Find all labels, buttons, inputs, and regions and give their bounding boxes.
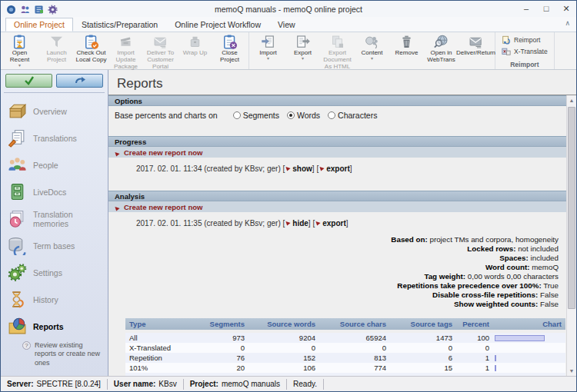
list-quick-icon[interactable]: [34, 4, 44, 14]
remove-button[interactable]: Remove: [389, 33, 424, 57]
tab-online-project[interactable]: Online Project: [5, 18, 73, 32]
progress-export-link[interactable]: export: [316, 164, 352, 173]
report-pane: Options Base percents and charts on Segm…: [108, 95, 566, 376]
analysis-create-report-link[interactable]: Create new report now: [108, 201, 566, 212]
x-translate-button[interactable]: X-Translate: [502, 47, 548, 56]
cell-source_words: 106: [248, 363, 319, 373]
term-bases-icon: [8, 236, 27, 255]
sidebar-item-history[interactable]: History: [1, 286, 108, 313]
sidebar-item-reports[interactable]: Reports: [1, 313, 108, 340]
cell-type: All: [125, 331, 185, 343]
cell-percent: 0: [456, 373, 493, 376]
gear-quick-icon[interactable]: [48, 4, 58, 14]
chart-bar: [495, 365, 496, 371]
status-label: Server:: [7, 380, 33, 388]
cell-chart: [493, 363, 565, 373]
maximize-button[interactable]: □: [536, 2, 556, 17]
sidebar-item-livedocs[interactable]: LiveDocs: [1, 178, 108, 205]
close-project-button[interactable]: Close Project: [212, 33, 247, 64]
open-in-webtrans-button[interactable]: Open in WebTrans: [424, 33, 459, 64]
vertical-scrollbar[interactable]: ▲ ▼: [566, 95, 576, 376]
setting-label: Repetitions take precedence over 100%:: [397, 281, 541, 290]
red-arrow-icon: [285, 219, 291, 224]
column-header-source-tags: Source tags: [390, 318, 456, 331]
analysis-export-link[interactable]: export: [312, 219, 348, 228]
close-button[interactable]: ✕: [556, 2, 576, 17]
content-button[interactable]: Content▾: [355, 33, 389, 60]
scroll-up-icon[interactable]: ▲: [567, 95, 576, 105]
tab-statistics-preparation[interactable]: Statistics/Preparation: [73, 18, 166, 32]
ribbon: Open Recent▾Launch ProjectCheck Out Loca…: [1, 32, 576, 70]
people-quick-icon[interactable]: [20, 4, 30, 14]
livedocs-icon: [8, 182, 27, 201]
cell-source_tags: 15: [390, 363, 456, 373]
column-header-source-words: Source words: [248, 318, 319, 331]
analysis-report-line: 2017. 02. 01. 11:35 (created by KBsv; ge…: [108, 212, 566, 229]
deliver-to-customer-portal-icon: [152, 34, 168, 50]
check-out-local-copy-button[interactable]: Check Out Local Copy: [74, 33, 108, 64]
translation-memories-icon: [8, 209, 27, 228]
radio-characters[interactable]: Characters: [328, 111, 377, 120]
red-arrow-icon: [315, 219, 321, 224]
sidebar-item-translations[interactable]: Translations: [1, 125, 108, 151]
export-button[interactable]: Export▾: [285, 33, 320, 60]
content-icon: [364, 34, 380, 50]
sidebar-divider: [4, 92, 105, 93]
sidebar-item-overview[interactable]: Overview: [1, 98, 108, 125]
status-project: Project:memoQ manuals: [184, 380, 286, 388]
import-icon: [260, 34, 276, 50]
deliver-return-button[interactable]: Deliver/Return: [459, 33, 493, 57]
setting-label: Word count:: [485, 263, 530, 271]
scroll-down-icon[interactable]: ▼: [567, 366, 576, 376]
help-icon: ?: [22, 341, 31, 350]
ribbon-button-label: Open Recent: [2, 50, 37, 64]
progress-create-report-link[interactable]: Create new report now: [108, 147, 566, 158]
open-recent-button[interactable]: Open Recent▾: [2, 33, 37, 67]
refresh-button[interactable]: [56, 74, 103, 88]
deliver-to-customer-portal-button: Deliver To Customer Portal: [143, 33, 178, 71]
sidebar-item-term-bases[interactable]: Term bases: [1, 232, 108, 259]
scrollbar-thumb[interactable]: [568, 107, 575, 309]
radio-segments[interactable]: Segments: [233, 111, 279, 120]
analysis-setting-line: Spaces: included: [108, 254, 559, 263]
minimize-button[interactable]: –: [516, 2, 536, 17]
options-section-header: Options: [108, 95, 566, 106]
sidebar-hint-text: Review existing reports or create new on…: [35, 341, 103, 367]
show-link[interactable]: show: [283, 164, 315, 173]
deliver-return-icon: [468, 34, 484, 50]
status-label: Project:: [190, 380, 218, 388]
reimport-button[interactable]: Reimport: [502, 35, 548, 45]
confirm-button[interactable]: [5, 74, 52, 88]
remove-icon: [399, 34, 415, 50]
setting-label: Locked rows:: [467, 244, 515, 253]
analysis-setting-line: Based on: project TMs and corpora, homog…: [108, 235, 559, 244]
import-button[interactable]: Import▾: [251, 33, 285, 60]
setting-value: not included: [518, 244, 559, 253]
ribbon-collapse-icon[interactable]: ∧: [565, 19, 570, 27]
memoq-app-icon[interactable]: [6, 4, 16, 14]
tab-view[interactable]: View: [269, 18, 304, 32]
sidebar-item-label: Translation memories: [33, 210, 108, 228]
launch-project-button: Launch Project: [39, 33, 74, 64]
setting-label: Show weighted counts:: [454, 300, 538, 308]
red-arrow-icon: [285, 164, 291, 170]
chevron-down-icon: ▾: [267, 57, 269, 60]
analysis-setting-line: Repetitions take precedence over 100%: T…: [108, 281, 559, 291]
tab-online-project-workflow[interactable]: Online Project Workflow: [166, 18, 269, 32]
sidebar-item-label: LiveDocs: [33, 188, 66, 197]
radio-circle-icon: [287, 111, 295, 119]
translations-icon: [8, 128, 27, 148]
sidebar-item-people[interactable]: People: [1, 151, 108, 178]
table-row: Repetition7615281361: [125, 353, 565, 363]
radio-words[interactable]: Words: [287, 111, 320, 120]
wrap-up-button: Wrap Up: [178, 33, 212, 57]
export-document-as-html-button: Export Document As HTML▾: [320, 33, 355, 74]
sidebar-item-translation-memories[interactable]: Translation memories: [1, 205, 108, 232]
analysis-settings: Based on: project TMs and corpora, homog…: [108, 229, 566, 312]
cell-percent: 100: [456, 331, 493, 343]
setting-value: False: [540, 291, 559, 299]
sidebar-item-settings[interactable]: Settings: [1, 259, 108, 286]
cell-chart: [493, 343, 565, 353]
hide-link[interactable]: hide: [283, 219, 311, 228]
ribbon-group-manage-project: Open Recent▾Launch ProjectCheck Out Loca…: [1, 32, 249, 69]
